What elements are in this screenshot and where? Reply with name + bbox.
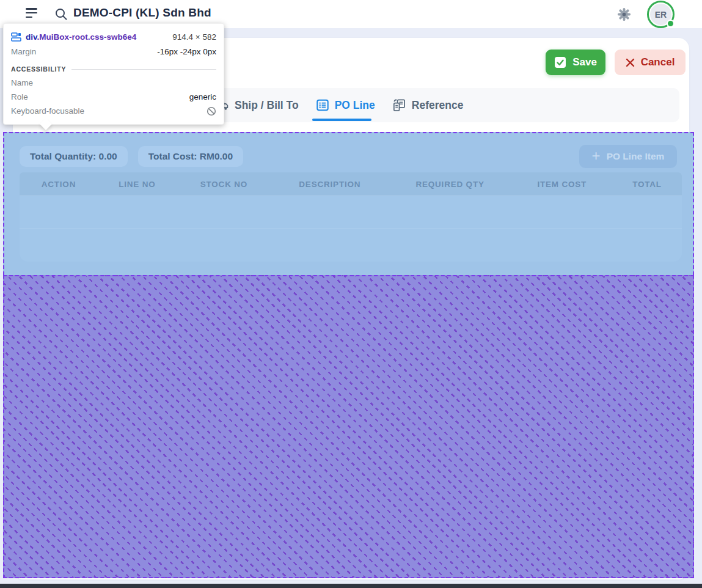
name-label: Name [11, 78, 33, 87]
keyboard-focusable-label: Keyboard-focusable [11, 106, 84, 116]
inspected-dimensions: 914.4 × 582 [172, 32, 216, 42]
save-button-label: Save [572, 56, 597, 68]
element-badge-icon [11, 32, 21, 42]
plus-icon: + [592, 149, 601, 163]
user-avatar[interactable]: ER [647, 1, 675, 28]
totals-chips: Total Quantity: 0.00 Total Cost: RM0.00 [20, 146, 243, 167]
devtools-inspect-tooltip: div.MuiBox-root.css-swb6e4 914.4 × 582 M… [3, 23, 224, 125]
column-header-line-no: LINE NO [98, 180, 177, 189]
total-cost-chip: Total Cost: RM0.00 [138, 146, 243, 167]
tabs: Ship / Bill To PO Line Reference [216, 88, 463, 122]
column-header-description: DESCRIPTION [271, 180, 389, 189]
add-po-line-item-label: PO Line Item [607, 151, 665, 162]
search-icon[interactable] [54, 7, 68, 21]
column-header-action: ACTION [20, 180, 98, 189]
cancel-x-icon [626, 58, 635, 67]
total-quantity-chip: Total Quantity: 0.00 [20, 146, 128, 167]
tab-label: Reference [412, 99, 464, 112]
table-row [20, 229, 682, 262]
po-line-table-header: ACTION LINE NO STOCK NO DESCRIPTION REQU… [20, 172, 682, 196]
tab-label: PO Line [335, 99, 375, 112]
save-button[interactable]: Save [546, 50, 605, 75]
divider [71, 69, 216, 70]
inspected-selector: div.MuiBox-root.css-swb6e4 [26, 32, 136, 42]
role-value: generic [189, 92, 216, 101]
tooltip-keyboard-row: Keyboard-focusable [11, 104, 216, 118]
tooltip-selector-row: div.MuiBox-root.css-swb6e4 914.4 × 582 [11, 29, 216, 44]
tooltip-name-row: Name [11, 76, 216, 90]
not-allowed-icon [207, 106, 216, 116]
table-row [20, 196, 682, 229]
tooltip-role-row: Role generic [11, 90, 216, 104]
accessibility-section-header: ACCESSIBILITY [11, 62, 216, 76]
company-title[interactable]: DEMO-CPI (KL) Sdn Bhd [73, 6, 211, 20]
column-header-total: TOTAL [612, 180, 682, 189]
accessibility-heading: ACCESSIBILITY [11, 65, 66, 73]
margin-value: -16px -24px 0px [157, 47, 216, 56]
tab-reference[interactable]: Reference [392, 88, 464, 122]
add-po-line-item-button[interactable]: + PO Line Item [579, 145, 677, 168]
save-check-icon [554, 56, 566, 68]
menu-icon[interactable] [26, 8, 38, 19]
online-status-dot [667, 20, 675, 28]
column-header-stock-no: STOCK NO [177, 180, 271, 189]
margin-label: Margin [11, 47, 36, 56]
cancel-button[interactable]: Cancel [615, 50, 686, 75]
tab-label: Ship / Bill To [235, 99, 299, 112]
inspect-highlight-content: Total Quantity: 0.00 Total Cost: RM0.00 … [3, 132, 694, 275]
inspect-highlight-margin [3, 275, 694, 578]
list-icon [316, 98, 329, 112]
role-label: Role [11, 92, 28, 101]
tab-ship-bill-to[interactable]: Ship / Bill To [216, 88, 299, 122]
column-header-item-cost: ITEM COST [511, 180, 612, 189]
tab-po-line[interactable]: PO Line [316, 88, 375, 122]
window-bottom-edge [0, 584, 702, 588]
tooltip-margin-row: Margin -16px -24px 0px [11, 44, 216, 59]
documents-icon [392, 98, 406, 112]
po-line-table: ACTION LINE NO STOCK NO DESCRIPTION REQU… [20, 172, 682, 262]
column-header-required-qty: REQUIRED QTY [389, 180, 512, 189]
settings-gear-icon[interactable] [617, 7, 631, 21]
cancel-button-label: Cancel [641, 56, 675, 68]
